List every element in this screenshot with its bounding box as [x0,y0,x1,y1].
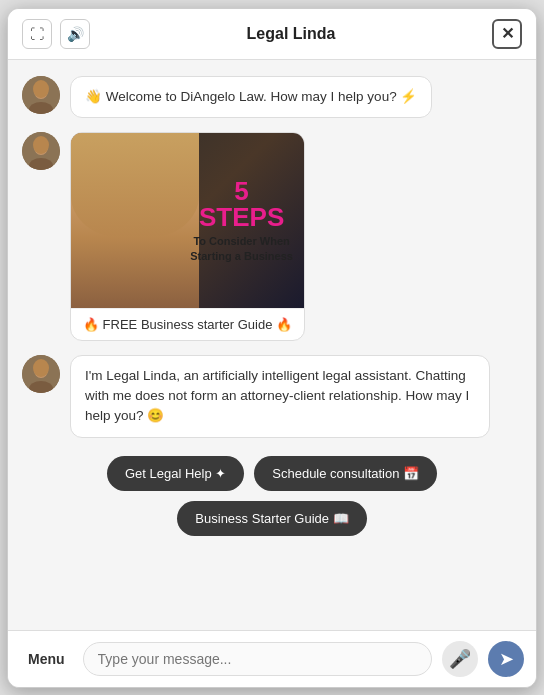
promo-image-bubble: 5 STEPS To Consider When Starting a Busi… [70,132,305,341]
intro-text: I'm Legal Linda, an artificially intelli… [85,368,469,424]
chat-footer: Menu 🎤 ➤ [8,630,536,687]
chat-title: Legal Linda [247,25,336,43]
close-icon: ✕ [501,24,514,43]
quick-replies: Get Legal Help ✦ Schedule consultation 📅… [22,452,522,540]
welcome-text: 👋 Welcome to DiAngelo Law. How may I hel… [85,89,417,104]
send-icon: ➤ [499,648,514,670]
menu-button[interactable]: Menu [20,647,73,671]
header-left-controls: ⛶ 🔊 [22,19,90,49]
promo-subtitle: To Consider When Starting a Business [189,234,294,263]
avatar [22,355,60,393]
chat-window: ⛶ 🔊 Legal Linda ✕ 👋 Welcome to D [7,8,537,688]
avatar [22,132,60,170]
chat-header: ⛶ 🔊 Legal Linda ✕ [8,9,536,60]
svg-point-11 [33,359,49,377]
image-caption: 🔥 FREE Business starter Guide 🔥 [71,308,304,340]
intro-bubble: I'm Legal Linda, an artificially intelli… [70,355,490,438]
person-graphic [71,133,199,308]
expand-icon: ⛶ [30,26,44,42]
svg-point-3 [33,80,49,98]
business-starter-guide-button[interactable]: Business Starter Guide 📖 [177,501,366,536]
avatar [22,76,60,114]
steps-label: 5 STEPS [189,178,294,230]
audio-icon: 🔊 [67,26,84,42]
promo-image: 5 STEPS To Consider When Starting a Busi… [71,133,304,308]
mic-button[interactable]: 🎤 [442,641,478,677]
mic-icon: 🎤 [449,648,471,670]
svg-point-7 [33,136,49,154]
person-silhouette [71,133,199,308]
expand-button[interactable]: ⛶ [22,19,52,49]
promo-text: 5 STEPS To Consider When Starting a Busi… [189,178,294,263]
message-input[interactable] [83,642,432,676]
schedule-consultation-button[interactable]: Schedule consultation 📅 [254,456,437,491]
messages-area: 👋 Welcome to DiAngelo Law. How may I hel… [8,60,536,630]
send-button[interactable]: ➤ [488,641,524,677]
image-message-row: 5 STEPS To Consider When Starting a Busi… [22,132,522,341]
get-legal-help-button[interactable]: Get Legal Help ✦ [107,456,244,491]
message-row: 👋 Welcome to DiAngelo Law. How may I hel… [22,76,522,118]
intro-message-row: I'm Legal Linda, an artificially intelli… [22,355,522,438]
audio-button[interactable]: 🔊 [60,19,90,49]
close-button[interactable]: ✕ [492,19,522,49]
welcome-bubble: 👋 Welcome to DiAngelo Law. How may I hel… [70,76,432,118]
